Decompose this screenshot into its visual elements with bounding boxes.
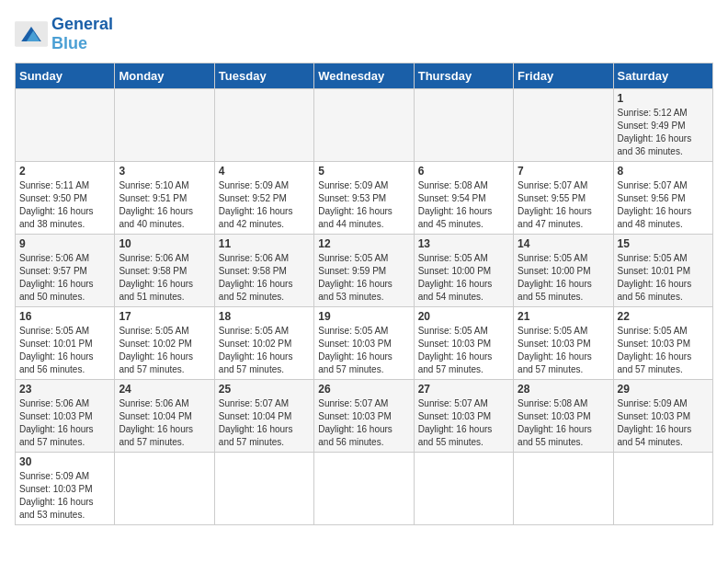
calendar-week-2: 2Sunrise: 5:11 AM Sunset: 9:50 PM Daylig… <box>16 162 713 235</box>
day-info: Sunrise: 5:08 AM Sunset: 10:03 PM Daylig… <box>518 397 609 449</box>
day-number: 12 <box>318 237 409 250</box>
day-number: 27 <box>418 383 509 396</box>
day-info: Sunrise: 5:06 AM Sunset: 9:58 PM Dayligh… <box>119 252 210 304</box>
weekday-header-friday: Friday <box>514 63 613 89</box>
calendar-cell: 25Sunrise: 5:07 AM Sunset: 10:04 PM Dayl… <box>214 380 313 453</box>
day-number: 21 <box>518 310 609 323</box>
day-number: 28 <box>518 383 609 396</box>
calendar-cell: 22Sunrise: 5:05 AM Sunset: 10:03 PM Dayl… <box>613 307 712 380</box>
day-number: 24 <box>119 383 210 396</box>
calendar-cell: 8Sunrise: 5:07 AM Sunset: 9:56 PM Daylig… <box>613 162 712 235</box>
day-info: Sunrise: 5:08 AM Sunset: 9:54 PM Dayligh… <box>418 179 509 231</box>
logo-text: GeneralBlue <box>51 15 113 53</box>
calendar-week-5: 23Sunrise: 5:06 AM Sunset: 10:03 PM Dayl… <box>16 380 713 453</box>
day-info: Sunrise: 5:07 AM Sunset: 10:03 PM Daylig… <box>318 397 409 449</box>
day-number: 13 <box>418 237 509 250</box>
weekday-header-tuesday: Tuesday <box>214 63 313 89</box>
calendar-cell: 26Sunrise: 5:07 AM Sunset: 10:03 PM Dayl… <box>314 380 414 453</box>
calendar-cell: 19Sunrise: 5:05 AM Sunset: 10:03 PM Dayl… <box>314 307 414 380</box>
day-info: Sunrise: 5:06 AM Sunset: 10:04 PM Daylig… <box>119 397 210 449</box>
calendar-table: SundayMondayTuesdayWednesdayThursdayFrid… <box>15 63 713 525</box>
calendar-cell: 15Sunrise: 5:05 AM Sunset: 10:01 PM Dayl… <box>613 235 712 307</box>
calendar-cell: 5Sunrise: 5:09 AM Sunset: 9:53 PM Daylig… <box>314 162 414 235</box>
weekday-header-row: SundayMondayTuesdayWednesdayThursdayFrid… <box>16 63 713 89</box>
logo: GeneralBlue <box>15 15 113 53</box>
calendar-cell: 13Sunrise: 5:05 AM Sunset: 10:00 PM Dayl… <box>414 235 513 307</box>
calendar-cell: 30Sunrise: 5:09 AM Sunset: 10:03 PM Dayl… <box>16 453 115 525</box>
day-number: 6 <box>418 165 509 178</box>
calendar-cell: 21Sunrise: 5:05 AM Sunset: 10:03 PM Dayl… <box>514 307 613 380</box>
calendar-cell: 6Sunrise: 5:08 AM Sunset: 9:54 PM Daylig… <box>414 162 513 235</box>
weekday-header-thursday: Thursday <box>414 63 513 89</box>
weekday-header-sunday: Sunday <box>16 63 115 89</box>
day-number: 25 <box>219 383 310 396</box>
day-number: 15 <box>618 237 709 250</box>
day-number: 3 <box>119 165 210 178</box>
day-info: Sunrise: 5:09 AM Sunset: 9:52 PM Dayligh… <box>219 179 310 231</box>
calendar-cell <box>314 453 414 525</box>
calendar-cell: 10Sunrise: 5:06 AM Sunset: 9:58 PM Dayli… <box>115 235 214 307</box>
calendar-cell: 7Sunrise: 5:07 AM Sunset: 9:55 PM Daylig… <box>514 162 613 235</box>
general-blue-icon <box>15 21 48 47</box>
day-number: 8 <box>618 165 709 178</box>
day-number: 2 <box>19 165 110 178</box>
calendar-cell: 4Sunrise: 5:09 AM Sunset: 9:52 PM Daylig… <box>214 162 313 235</box>
calendar-cell <box>613 453 712 525</box>
calendar-cell <box>214 453 313 525</box>
day-info: Sunrise: 5:12 AM Sunset: 9:49 PM Dayligh… <box>618 107 709 158</box>
calendar-cell: 9Sunrise: 5:06 AM Sunset: 9:57 PM Daylig… <box>16 235 115 307</box>
day-number: 22 <box>618 310 709 323</box>
weekday-header-monday: Monday <box>115 63 214 89</box>
day-info: Sunrise: 5:05 AM Sunset: 10:02 PM Daylig… <box>219 325 310 376</box>
calendar-week-3: 9Sunrise: 5:06 AM Sunset: 9:57 PM Daylig… <box>16 235 713 307</box>
calendar-cell: 28Sunrise: 5:08 AM Sunset: 10:03 PM Dayl… <box>514 380 613 453</box>
day-info: Sunrise: 5:05 AM Sunset: 10:03 PM Daylig… <box>518 325 609 376</box>
weekday-header-wednesday: Wednesday <box>314 63 414 89</box>
day-number: 30 <box>19 455 110 468</box>
day-info: Sunrise: 5:05 AM Sunset: 10:03 PM Daylig… <box>418 325 509 376</box>
calendar-week-6: 30Sunrise: 5:09 AM Sunset: 10:03 PM Dayl… <box>16 453 713 525</box>
calendar-cell <box>514 453 613 525</box>
day-info: Sunrise: 5:09 AM Sunset: 10:03 PM Daylig… <box>19 470 110 522</box>
calendar-cell: 27Sunrise: 5:07 AM Sunset: 10:03 PM Dayl… <box>414 380 513 453</box>
calendar-cell <box>214 89 313 162</box>
day-number: 7 <box>518 165 609 178</box>
day-number: 20 <box>418 310 509 323</box>
calendar-cell: 20Sunrise: 5:05 AM Sunset: 10:03 PM Dayl… <box>414 307 513 380</box>
day-info: Sunrise: 5:06 AM Sunset: 10:03 PM Daylig… <box>19 397 110 449</box>
day-info: Sunrise: 5:10 AM Sunset: 9:51 PM Dayligh… <box>119 179 210 231</box>
day-info: Sunrise: 5:05 AM Sunset: 10:01 PM Daylig… <box>618 252 709 304</box>
day-number: 16 <box>19 310 110 323</box>
day-info: Sunrise: 5:09 AM Sunset: 9:53 PM Dayligh… <box>318 179 409 231</box>
calendar-cell: 18Sunrise: 5:05 AM Sunset: 10:02 PM Dayl… <box>214 307 313 380</box>
calendar-cell: 23Sunrise: 5:06 AM Sunset: 10:03 PM Dayl… <box>16 380 115 453</box>
day-number: 29 <box>618 383 709 396</box>
calendar-cell: 12Sunrise: 5:05 AM Sunset: 9:59 PM Dayli… <box>314 235 414 307</box>
day-info: Sunrise: 5:07 AM Sunset: 9:56 PM Dayligh… <box>618 179 709 231</box>
calendar-cell: 2Sunrise: 5:11 AM Sunset: 9:50 PM Daylig… <box>16 162 115 235</box>
day-number: 18 <box>219 310 310 323</box>
day-info: Sunrise: 5:05 AM Sunset: 10:02 PM Daylig… <box>119 325 210 376</box>
day-info: Sunrise: 5:05 AM Sunset: 10:03 PM Daylig… <box>318 325 409 376</box>
day-number: 1 <box>618 92 709 105</box>
day-number: 11 <box>219 237 310 250</box>
weekday-header-saturday: Saturday <box>613 63 712 89</box>
calendar-cell: 1Sunrise: 5:12 AM Sunset: 9:49 PM Daylig… <box>613 89 712 162</box>
day-info: Sunrise: 5:05 AM Sunset: 10:03 PM Daylig… <box>618 325 709 376</box>
calendar-week-1: 1Sunrise: 5:12 AM Sunset: 9:49 PM Daylig… <box>16 89 713 162</box>
day-number: 17 <box>119 310 210 323</box>
calendar-cell <box>16 89 115 162</box>
calendar-cell: 17Sunrise: 5:05 AM Sunset: 10:02 PM Dayl… <box>115 307 214 380</box>
calendar-cell: 3Sunrise: 5:10 AM Sunset: 9:51 PM Daylig… <box>115 162 214 235</box>
day-info: Sunrise: 5:07 AM Sunset: 10:03 PM Daylig… <box>418 397 509 449</box>
day-info: Sunrise: 5:06 AM Sunset: 9:57 PM Dayligh… <box>19 252 110 304</box>
calendar-cell <box>514 89 613 162</box>
day-number: 19 <box>318 310 409 323</box>
calendar-cell: 29Sunrise: 5:09 AM Sunset: 10:03 PM Dayl… <box>613 380 712 453</box>
day-info: Sunrise: 5:05 AM Sunset: 9:59 PM Dayligh… <box>318 252 409 304</box>
day-info: Sunrise: 5:07 AM Sunset: 9:55 PM Dayligh… <box>518 179 609 231</box>
day-info: Sunrise: 5:05 AM Sunset: 10:00 PM Daylig… <box>518 252 609 304</box>
header: GeneralBlue <box>15 15 713 53</box>
calendar-cell: 16Sunrise: 5:05 AM Sunset: 10:01 PM Dayl… <box>16 307 115 380</box>
calendar-cell <box>115 89 214 162</box>
